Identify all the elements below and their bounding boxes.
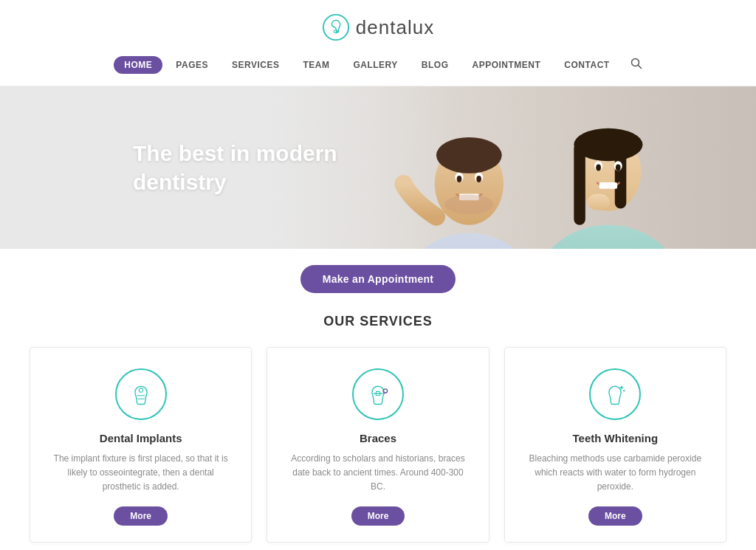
svg-point-11 — [477, 176, 482, 182]
svg-line-3 — [638, 66, 641, 69]
service-name-dental-implants: Dental Implants — [48, 432, 233, 444]
logo-text: dentalux — [356, 16, 434, 39]
dental-implants-icon-circle — [115, 368, 167, 420]
hero-text-block: The best in modern dentistry — [0, 139, 337, 196]
nav-item-services[interactable]: SERVICES — [221, 56, 289, 74]
nav-item-blog[interactable]: BLOG — [411, 56, 459, 74]
nav-item-home[interactable]: HOME — [114, 56, 162, 74]
service-name-teeth-whitening: Teeth Whitening — [523, 432, 708, 444]
svg-rect-23 — [599, 182, 617, 189]
braces-icon-circle — [352, 368, 404, 420]
svg-rect-17 — [574, 143, 586, 225]
svg-point-0 — [323, 15, 348, 40]
service-desc-dental-implants: The implant fixture is first placed, so … — [48, 452, 233, 495]
nav-item-team[interactable]: TEAM — [292, 56, 340, 74]
site-header: dentalux HOME PAGES SERVICES TEAM GALLER… — [0, 0, 756, 86]
main-nav: HOME PAGES SERVICES TEAM GALLERY BLOG AP… — [0, 52, 756, 78]
hero-title: The best in modern dentistry — [133, 139, 337, 196]
service-name-braces: Braces — [285, 432, 470, 444]
nav-item-contact[interactable]: CONTACT — [554, 56, 619, 74]
more-button-teeth-whitening[interactable]: More — [588, 506, 642, 526]
teeth-whitening-icon — [602, 381, 628, 408]
more-button-braces[interactable]: More — [351, 506, 405, 526]
nav-item-pages[interactable]: PAGES — [165, 56, 219, 74]
svg-point-24 — [587, 193, 610, 210]
logo[interactable]: dentalux — [322, 13, 434, 41]
services-title: OUR SERVICES — [30, 314, 726, 329]
svg-point-13 — [444, 195, 494, 215]
hero-people-illustration — [264, 86, 756, 249]
service-desc-braces: According to scholars and historians, br… — [285, 452, 470, 495]
teeth-whitening-icon-circle — [589, 368, 641, 420]
service-desc-teeth-whitening: Bleaching methods use carbamide peroxide… — [523, 452, 708, 495]
appointment-button[interactable]: Make an Appointment — [300, 265, 456, 293]
service-card-teeth-whitening: Teeth Whitening Bleaching methods use ca… — [504, 347, 726, 543]
svg-point-27 — [139, 388, 142, 392]
service-card-braces: Braces According to scholars and histori… — [267, 347, 489, 543]
svg-point-21 — [597, 165, 602, 171]
logo-icon — [322, 13, 350, 41]
dental-implants-icon — [128, 381, 154, 408]
hero-section: The best in modern dentistry — [0, 86, 756, 249]
service-card-dental-implants: Dental Implants The implant fixture is f… — [30, 347, 252, 543]
svg-point-22 — [616, 165, 621, 171]
braces-icon — [365, 381, 391, 408]
services-grid: Dental Implants The implant fixture is f… — [30, 347, 726, 543]
more-button-dental-implants[interactable]: More — [114, 506, 168, 526]
svg-point-7 — [436, 137, 502, 173]
svg-point-10 — [457, 176, 462, 182]
svg-rect-18 — [615, 143, 627, 209]
nav-item-appointment[interactable]: APPOINTMENT — [462, 56, 551, 74]
search-icon[interactable] — [630, 58, 642, 72]
svg-rect-4 — [264, 86, 756, 249]
appointment-section: Make an Appointment — [0, 249, 756, 306]
nav-item-gallery[interactable]: GALLERY — [343, 56, 408, 74]
services-section: OUR SERVICES Dental Implants The implant… — [0, 306, 756, 550]
